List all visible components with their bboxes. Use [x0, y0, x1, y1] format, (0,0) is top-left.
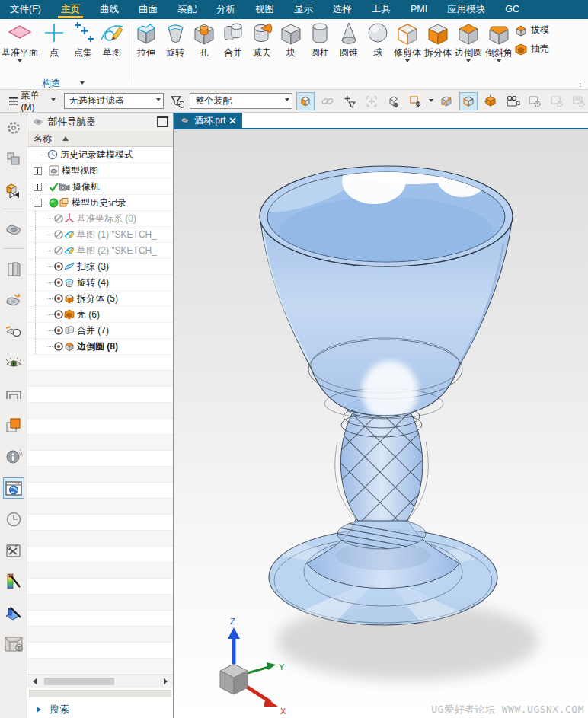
collapse-icon[interactable]	[34, 199, 42, 207]
sphere-button[interactable]: 球	[363, 19, 392, 58]
part-navigator-icon[interactable]	[3, 219, 24, 241]
visibility-on-icon[interactable]	[53, 277, 64, 288]
wireframe-cube-icon[interactable]	[459, 92, 478, 110]
history-palette-icon[interactable]	[3, 509, 24, 530]
unite-button[interactable]: 合并	[219, 19, 248, 58]
roles-gear-icon[interactable]	[3, 117, 24, 139]
close-icon[interactable]	[229, 117, 236, 124]
point-button[interactable]: 点	[40, 19, 69, 65]
tree-row-model-views[interactable]: 模型视图	[27, 163, 173, 179]
split-body-button[interactable]: 拆分体	[423, 19, 453, 58]
undock-button[interactable]	[157, 116, 168, 127]
tree-row-sweep[interactable]: 扫掠 (3)	[27, 259, 173, 275]
cylinder-button[interactable]: 圆柱	[305, 19, 334, 58]
info-icon[interactable]	[3, 446, 24, 467]
tab-view[interactable]: 视图	[245, 0, 284, 19]
tree-row-revolve[interactable]: 旋转 (4)	[27, 275, 173, 291]
horizontal-scrollbar[interactable]	[27, 675, 173, 688]
hole-button[interactable]: 孔	[190, 19, 219, 58]
expand-icon[interactable]	[34, 183, 42, 191]
datum-plane-button[interactable]: 基准平面	[0, 19, 40, 65]
scene-stage-icon[interactable]	[3, 633, 24, 655]
tab-assembly[interactable]: 装配	[168, 0, 206, 19]
panel-splitter[interactable]	[29, 690, 171, 697]
tab-curve[interactable]: 曲线	[90, 0, 129, 19]
tree-row-sketch-2[interactable]: 草图 (2) "SKETCH_	[27, 243, 173, 259]
tree-row-history-mode[interactable]: 历史记录建模模式	[27, 147, 173, 163]
snap-point-icon[interactable]	[296, 92, 315, 110]
scroll-right-arrow[interactable]	[164, 678, 171, 684]
tree-row-datum-csys[interactable]: 基准坐标系 (0)	[27, 211, 173, 227]
tree-row-unite[interactable]: 合并 (7)	[27, 323, 173, 339]
hd3d-eye-icon[interactable]	[3, 353, 24, 374]
touch-filter-icon[interactable]	[340, 92, 359, 110]
window-gear-icon-2[interactable]	[548, 92, 566, 110]
extrude-button[interactable]: 拉伸	[132, 19, 161, 58]
internal-browser-icon[interactable]	[3, 477, 24, 499]
window-gear-icon-1[interactable]	[526, 92, 544, 110]
toolbox-icon[interactable]	[3, 540, 24, 561]
group-label-construction[interactable]: 构造	[0, 77, 126, 89]
tab-pmi[interactable]: PMI	[401, 0, 437, 19]
link-chain-icon[interactable]	[318, 92, 337, 110]
scope-combo[interactable]: 整个装配	[190, 93, 292, 109]
dropdown-caret[interactable]	[466, 59, 471, 65]
visibility-on-icon[interactable]	[53, 309, 64, 320]
select-mode-caret[interactable]	[429, 99, 433, 104]
dropdown-caret[interactable]	[405, 59, 410, 65]
revolve-button[interactable]: 旋转	[161, 19, 190, 58]
assembly-navigator-icon[interactable]	[3, 148, 24, 170]
scroll-left-arrow[interactable]	[30, 678, 37, 684]
tree-row-split-body[interactable]: 拆分体 (5)	[27, 291, 173, 307]
visibility-off-icon[interactable]	[53, 229, 64, 240]
wcs-orient-icon[interactable]	[385, 92, 403, 110]
tree-row-edge-blend[interactable]: 边倒圆 (8)	[27, 339, 173, 355]
orientation-triad[interactable]: Z Y X	[220, 617, 286, 716]
visibility-on-icon[interactable]	[53, 325, 64, 336]
tab-application[interactable]: 应用模块	[437, 0, 495, 19]
visibility-on-icon[interactable]	[53, 261, 64, 272]
measure-icon[interactable]	[3, 321, 24, 343]
layers-square-icon[interactable]	[3, 415, 24, 436]
true-shading-wand-icon[interactable]	[3, 571, 24, 592]
menu-button[interactable]: 菜单(M)	[5, 90, 60, 113]
visibility-on-icon[interactable]	[53, 293, 64, 304]
ribbon-overflow-dots[interactable]: ⋮	[577, 79, 588, 89]
graphics-window[interactable]: Z Y X UG爱好者论坛 WWW.UGSNX.COM	[174, 129, 588, 718]
document-tab[interactable]: 酒杯.prt	[174, 113, 242, 128]
group-filter-icon[interactable]	[363, 92, 381, 110]
window-gear-icon-3[interactable]	[570, 92, 588, 110]
selection-filter-combo[interactable]: 无选择过滤器	[64, 93, 164, 109]
block-button[interactable]: 块	[276, 19, 305, 58]
tree-row-model-history[interactable]: 模型历史记录	[27, 195, 173, 211]
point-set-button[interactable]: 点集	[69, 19, 97, 65]
tab-home[interactable]: 主页	[51, 0, 90, 19]
edge-blend-button[interactable]: 边倒圆	[453, 19, 484, 65]
sort-ascending-icon[interactable]	[62, 133, 69, 141]
orient-view-icon[interactable]	[481, 92, 500, 110]
camera-record-icon[interactable]	[503, 92, 522, 110]
chamfer-button[interactable]: 倒斜角	[484, 19, 514, 65]
tree-row-sketch-1[interactable]: 草图 (1) "SKETCH_	[27, 227, 173, 243]
tab-file[interactable]: 文件(F)	[0, 0, 51, 19]
window-panel-icon[interactable]	[3, 384, 24, 405]
tab-analysis[interactable]: 分析	[206, 0, 245, 19]
tab-surface[interactable]: 曲面	[129, 0, 168, 19]
filter-reset-icon[interactable]	[168, 92, 186, 110]
tab-select[interactable]: 选择	[323, 0, 362, 19]
tree-column-header[interactable]: 名称	[27, 131, 173, 147]
tree-row-shell[interactable]: 壳 (6)	[27, 307, 173, 323]
tab-gc[interactable]: GC	[495, 0, 529, 19]
constraint-navigator-icon[interactable]	[3, 180, 24, 201]
dropdown-caret[interactable]	[18, 59, 22, 65]
trim-body-button[interactable]: 修剪体	[392, 19, 423, 65]
hide-body-icon[interactable]	[437, 92, 455, 110]
scroll-thumb[interactable]	[44, 678, 114, 685]
shell-button[interactable]: 抽壳	[514, 43, 549, 56]
section-search[interactable]: 搜索	[27, 700, 173, 718]
subtract-button[interactable]: 减去	[248, 19, 276, 58]
visibility-on-icon[interactable]	[53, 341, 64, 352]
expand-icon[interactable]	[34, 167, 42, 175]
tree-row-cameras[interactable]: 摄像机	[27, 179, 173, 195]
hd3d-tools-icon[interactable]	[3, 290, 24, 311]
